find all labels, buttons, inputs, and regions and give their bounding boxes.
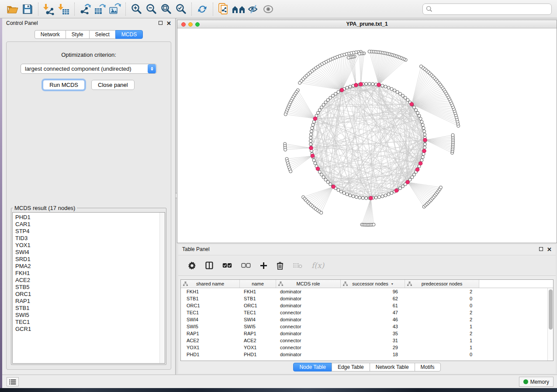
mcds-hub-node[interactable]	[354, 83, 358, 87]
graph-node[interactable]	[368, 83, 371, 86]
column-header-shared-name[interactable]: shared name	[181, 280, 240, 288]
mcds-hub-node[interactable]	[410, 102, 414, 106]
graph-node[interactable]	[411, 175, 414, 179]
graph-node[interactable]	[309, 136, 312, 139]
graph-node[interactable]	[349, 85, 352, 88]
mcds-hub-node[interactable]	[340, 88, 344, 92]
task-history-button[interactable]	[7, 377, 19, 386]
graph-node[interactable]	[421, 124, 424, 127]
float-panel-icon[interactable]	[159, 20, 163, 26]
open-folder-icon[interactable]	[5, 2, 20, 16]
graph-node[interactable]	[393, 89, 396, 92]
table-row[interactable]: FKH1FKH1dominator962	[181, 288, 553, 295]
import-table-icon[interactable]	[56, 2, 71, 16]
graph-node[interactable]	[374, 196, 377, 199]
graph-node[interactable]	[326, 180, 329, 183]
mcds-hub-node[interactable]	[415, 168, 419, 172]
delete-column-icon[interactable]	[277, 260, 284, 271]
graph-node[interactable]	[343, 192, 346, 195]
graph-node[interactable]	[365, 83, 368, 86]
criterion-dropdown[interactable]: largest connected component (undirected)	[21, 64, 157, 74]
result-node[interactable]: TID3	[15, 235, 165, 242]
graph-node[interactable]	[337, 90, 340, 93]
table-row[interactable]: PHD1PHD1dominator180	[181, 351, 553, 358]
export-table-icon[interactable]	[93, 2, 107, 16]
graph-node[interactable]	[387, 193, 390, 196]
result-node[interactable]: FKH1	[15, 270, 165, 277]
hide-selected-icon[interactable]	[246, 2, 261, 16]
result-node[interactable]: STB1	[15, 305, 165, 312]
graph-node[interactable]	[381, 84, 384, 87]
close-panel-button[interactable]: Close panel	[91, 80, 135, 90]
graph-node[interactable]	[355, 196, 358, 199]
graph-node[interactable]	[384, 194, 387, 197]
zoom-selected-icon[interactable]	[173, 2, 188, 16]
graph-node[interactable]	[423, 143, 426, 146]
table-scrollbar[interactable]	[547, 288, 553, 361]
mcds-hub-node[interactable]	[309, 146, 313, 150]
result-node[interactable]: STP4	[15, 228, 165, 235]
graph-node[interactable]	[387, 86, 390, 89]
graph-node[interactable]	[309, 140, 312, 143]
column-header-successor-nodes[interactable]: successor nodes▾	[341, 280, 405, 288]
graph-node[interactable]	[349, 194, 352, 197]
graph-node[interactable]	[346, 86, 349, 89]
save-icon[interactable]	[20, 2, 35, 16]
show-all-icon[interactable]	[261, 2, 276, 16]
graph-node[interactable]	[339, 190, 343, 193]
graph-node[interactable]	[404, 96, 407, 99]
table-row[interactable]: SWI5SWI5connector431	[181, 323, 553, 330]
add-column-icon[interactable]	[260, 260, 267, 271]
graph-node[interactable]	[372, 223, 375, 226]
table-tab-node-table[interactable]: Node Table	[293, 363, 332, 371]
table-tab-edge-table[interactable]: Edge Table	[332, 363, 370, 371]
run-mcds-button[interactable]: Run MCDS	[43, 80, 85, 90]
graph-node[interactable]	[314, 162, 317, 165]
graph-node[interactable]	[421, 155, 424, 158]
graph-node[interactable]	[284, 113, 287, 116]
table-tab-motifs[interactable]: Motifs	[415, 363, 441, 371]
tab-network[interactable]: Network	[35, 30, 66, 39]
graph-node[interactable]	[329, 183, 332, 186]
window-minimize-icon[interactable]	[188, 22, 193, 27]
export-network-icon[interactable]	[78, 2, 93, 16]
graph-node[interactable]	[329, 96, 332, 99]
table-scrollbar-thumb[interactable]	[549, 289, 553, 330]
graph-node[interactable]	[381, 195, 384, 198]
graph-node[interactable]	[289, 170, 292, 173]
graph-node[interactable]	[415, 109, 418, 112]
graph-node[interactable]	[401, 185, 404, 188]
graph-node[interactable]	[422, 127, 425, 130]
table-row[interactable]: STB1STB1dominator620	[181, 295, 553, 302]
graph-node[interactable]	[312, 159, 315, 162]
first-neighbors-icon[interactable]	[231, 2, 246, 16]
graph-node[interactable]	[318, 109, 321, 112]
result-node[interactable]: STB5	[15, 284, 165, 291]
graph-node[interactable]	[419, 117, 422, 120]
mcds-hub-node[interactable]	[377, 83, 381, 87]
graph-node[interactable]	[324, 178, 327, 181]
graph-node[interactable]	[320, 173, 323, 176]
zoom-fit-icon[interactable]	[159, 2, 173, 16]
search-input[interactable]	[432, 6, 548, 12]
clone-network-icon[interactable]	[216, 2, 231, 16]
graph-node[interactable]	[419, 65, 422, 68]
graph-node[interactable]	[347, 56, 350, 59]
graph-node[interactable]	[326, 99, 329, 102]
graph-node[interactable]	[311, 124, 315, 127]
network-graph[interactable]	[177, 28, 557, 243]
graph-node[interactable]	[416, 111, 419, 114]
mcds-hub-node[interactable]	[311, 154, 315, 158]
graph-node[interactable]	[320, 211, 323, 214]
float-table-panel-icon[interactable]	[539, 246, 543, 252]
graph-node[interactable]	[439, 186, 442, 189]
result-list-scrollbar[interactable]	[159, 213, 165, 363]
result-node[interactable]: GCR1	[15, 326, 165, 333]
table-row[interactable]: ORC1ORC1dominator610	[181, 302, 553, 309]
graph-node[interactable]	[412, 106, 415, 109]
graph-node[interactable]	[346, 193, 349, 196]
columns-icon[interactable]	[205, 260, 213, 271]
graph-nodes[interactable]	[284, 50, 460, 227]
mcds-hub-node[interactable]	[313, 117, 317, 121]
graph-node[interactable]	[423, 146, 426, 149]
